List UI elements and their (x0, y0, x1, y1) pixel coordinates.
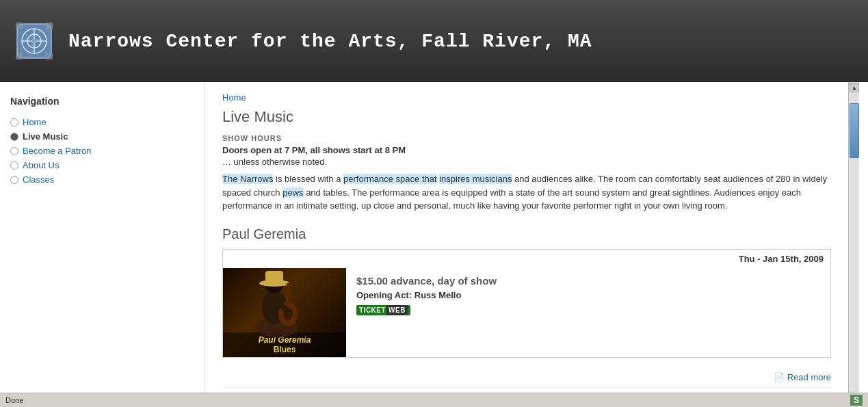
event-price: $15.00 advance, day of show (356, 275, 820, 287)
nav-heading: Navigation (10, 96, 194, 107)
sidebar-item-home[interactable]: Home (10, 115, 194, 129)
event-image: Paul Geremia Blues (223, 268, 346, 357)
show-hours-note: … unless otherwise noted. (222, 157, 831, 167)
show-hours-time: Doors open at 7 PM, all shows start at 8… (222, 145, 831, 155)
svg-rect-6 (16, 23, 23, 29)
performer-genre: Blues (224, 345, 345, 354)
description-text: The Narrows is blessed with a performanc… (222, 172, 831, 213)
nav-bullet (10, 147, 18, 155)
document-icon: 📄 (774, 372, 785, 382)
ticket-label: TICKET (359, 306, 386, 314)
nav-link-live-music[interactable]: Live Music (23, 131, 68, 142)
nav-menu: Home Live Music Become a Patron About Us… (10, 115, 194, 187)
read-more-link[interactable]: 📄 Read more (774, 372, 831, 382)
site-title: Narrows Center for the Arts, Fall River,… (68, 31, 592, 52)
nav-bullet (10, 118, 18, 127)
svg-rect-14 (265, 271, 283, 283)
scroll-thumb[interactable] (850, 103, 859, 158)
event-title: Paul Geremia (222, 226, 831, 242)
nav-link-home[interactable]: Home (23, 117, 47, 127)
nav-bullet (10, 133, 18, 141)
scroll-arrow-up[interactable]: ▲ (850, 83, 859, 92)
sidebar-item-about-us[interactable]: About Us (10, 158, 194, 172)
show-hours-label: SHOW HOURS (222, 134, 831, 142)
read-more-row: 📄 Read more (222, 368, 831, 384)
read-more-label: Read more (787, 372, 831, 382)
scrollbar[interactable]: ▲ ▼ (848, 82, 859, 407)
event-date: Thu - Jan 15th, 2009 (739, 254, 824, 264)
svg-rect-7 (46, 23, 53, 29)
event-opening-act: Opening Act: Russ Mello (356, 290, 820, 300)
ticketweb-badge-container[interactable]: TICKETWEB (356, 304, 820, 315)
page-title: Live Music (222, 108, 831, 126)
breadcrumb-home[interactable]: Home (222, 92, 246, 103)
svg-point-5 (31, 38, 37, 44)
event-card-body: Paul Geremia Blues $15.00 advance, day o… (223, 268, 830, 357)
event-details: $15.00 advance, day of show Opening Act:… (346, 268, 830, 357)
event-card: Thu - Jan 15th, 2009 (222, 249, 831, 358)
sidebar-item-classes[interactable]: Classes (10, 172, 194, 187)
sidebar-item-live-music[interactable]: Live Music (10, 129, 194, 144)
sidebar-item-become-patron[interactable]: Become a Patron (10, 144, 194, 158)
ticketweb-badge[interactable]: TICKETWEB (356, 305, 410, 315)
ticket-web: WEB (386, 305, 408, 315)
sidebar: Navigation Home Live Music Become a Patr… (0, 82, 205, 407)
status-indicator: S (850, 395, 863, 406)
svg-rect-8 (16, 53, 23, 60)
statusbar: Done S (0, 393, 868, 407)
opening-act-label: Opening Act: (356, 290, 412, 300)
event-image-container: Paul Geremia Blues (223, 268, 346, 357)
nav-link-about-us[interactable]: About Us (23, 160, 59, 170)
event-card-header: Thu - Jan 15th, 2009 (223, 250, 830, 268)
breadcrumb: Home (222, 92, 831, 103)
status-text: Done (5, 396, 23, 404)
nav-link-classes[interactable]: Classes (23, 174, 54, 185)
svg-rect-9 (46, 53, 53, 60)
opening-act-name: Russ Mello (415, 290, 462, 300)
nav-bullet (10, 161, 18, 170)
nav-link-become-patron[interactable]: Become a Patron (23, 146, 91, 156)
header: Narrows Center for the Arts, Fall River,… (0, 0, 868, 82)
nav-bullet (10, 176, 18, 184)
site-logo (14, 21, 55, 62)
main-content: Home Live Music SHOW HOURS Doors open at… (205, 82, 848, 407)
